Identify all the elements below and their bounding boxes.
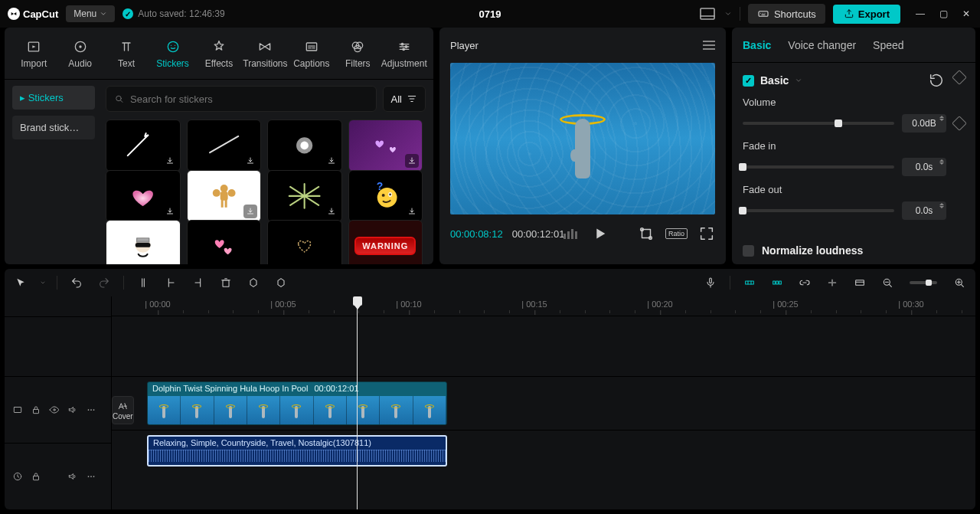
menu-button[interactable]: Menu [66, 5, 115, 22]
maximize-button[interactable]: ▢ [937, 8, 949, 19]
tab-audio[interactable]: Audio [57, 38, 103, 69]
normalize-row[interactable]: Normalize loudness [743, 244, 965, 257]
split-button[interactable] [135, 274, 152, 291]
sticker-burst[interactable] [267, 170, 342, 222]
download-icon[interactable] [243, 205, 257, 218]
zoom-out-button[interactable] [879, 274, 896, 291]
audio-clip[interactable]: Relaxing, Simple, Countryside, Travel, N… [147, 435, 447, 467]
zoom-in-button[interactable] [951, 274, 968, 291]
player-menu-icon[interactable] [703, 41, 715, 50]
player-preview[interactable] [450, 63, 715, 214]
mark-out-button[interactable] [273, 274, 289, 291]
trim-right-button[interactable] [190, 274, 207, 291]
play-button[interactable] [591, 225, 608, 242]
lock-icon[interactable] [31, 404, 41, 415]
magnet-button[interactable] [741, 274, 758, 291]
volume-slider[interactable] [743, 122, 894, 125]
tracks-area[interactable]: Dolphin Twist Spinning Hula Hoop In Pool… [112, 316, 975, 471]
chevron-down-icon[interactable] [724, 10, 732, 18]
svg-rect-39 [856, 280, 864, 286]
crop-icon[interactable] [638, 225, 655, 242]
sticker-purple-hearts[interactable] [348, 119, 423, 172]
mic-button[interactable] [702, 274, 719, 291]
keyframe-icon[interactable] [952, 116, 967, 131]
tab-transitions[interactable]: Transitions [242, 38, 288, 69]
properties-panel: Basic Voice changer Speed ✓ Basic Volume [732, 28, 975, 264]
mark-in-button[interactable] [245, 274, 262, 291]
minimize-button[interactable]: — [914, 8, 926, 19]
normalize-checkbox[interactable] [743, 245, 754, 257]
sticker-glow[interactable] [267, 119, 342, 172]
shortcuts-button[interactable]: Shortcuts [748, 4, 825, 24]
volume-value[interactable]: 0.0dB [902, 114, 946, 133]
fadein-slider[interactable] [743, 165, 894, 169]
pointer-tool[interactable] [12, 274, 29, 291]
sticker-sparkle-heart[interactable] [267, 220, 342, 264]
eye-icon[interactable] [49, 404, 60, 415]
more-icon[interactable] [86, 471, 96, 482]
mute-icon[interactable] [67, 404, 78, 415]
tab-captions[interactable]: Captions [289, 38, 335, 69]
filter-all-button[interactable]: All [383, 86, 426, 112]
trim-left-button[interactable] [162, 274, 179, 291]
tab-basic[interactable]: Basic [743, 39, 771, 51]
download-icon[interactable] [325, 205, 338, 218]
sticker-search[interactable] [106, 86, 377, 112]
close-button[interactable]: ✕ [960, 8, 972, 19]
redo-button[interactable] [96, 274, 113, 291]
fadeout-value[interactable]: 0.0s [902, 201, 946, 220]
basic-section-header[interactable]: ✓ Basic [743, 74, 802, 87]
download-icon[interactable] [163, 154, 177, 168]
zoom-slider[interactable] [910, 281, 937, 284]
undo-button[interactable] [68, 274, 85, 291]
download-icon[interactable] [163, 205, 177, 218]
sidebar-item-stickers[interactable]: ▸ Stickers [12, 86, 95, 110]
mute-icon[interactable] [67, 471, 78, 482]
tab-text[interactable]: Text [103, 38, 149, 69]
tab-speed[interactable]: Speed [873, 39, 903, 51]
delete-button[interactable] [217, 274, 234, 291]
tab-voice-changer[interactable]: Voice changer [788, 39, 856, 51]
audio-levels-icon[interactable] [564, 229, 577, 239]
timeline-ruler[interactable]: | 00:00| 00:05| 00:10| 00:15| 00:20| 00:… [112, 296, 975, 316]
lock-icon[interactable] [31, 471, 41, 482]
fadein-value[interactable]: 0.0s [902, 158, 946, 176]
export-button[interactable]: Export [833, 5, 900, 24]
more-icon[interactable] [86, 404, 96, 415]
tab-import[interactable]: Import [11, 38, 57, 69]
sticker-cool-character[interactable] [106, 220, 181, 264]
sticker-sparkle-1[interactable] [106, 119, 181, 172]
sidebar-item-brand-stickers[interactable]: Brand stick… [12, 116, 95, 139]
download-icon[interactable] [405, 154, 419, 168]
reset-icon[interactable] [928, 72, 945, 89]
keyframe-icon[interactable] [952, 70, 967, 85]
fadeout-slider[interactable] [743, 209, 894, 212]
video-clip[interactable]: Dolphin Twist Spinning Hula Hoop In Pool… [147, 381, 447, 425]
sticker-muscle-dog[interactable] [187, 170, 262, 222]
sticker-pink-heart[interactable] [106, 170, 181, 222]
search-input[interactable] [130, 93, 368, 105]
download-icon[interactable] [325, 154, 338, 168]
ratio-button[interactable]: Ratio [665, 228, 688, 239]
fullscreen-icon[interactable] [698, 225, 715, 242]
chevron-down-icon[interactable] [40, 280, 46, 286]
clock-icon[interactable] [12, 471, 23, 482]
sticker-warning[interactable]: WARNING [348, 220, 423, 264]
sticker-two-hearts[interactable] [187, 220, 262, 264]
layout-icon[interactable] [698, 5, 717, 23]
link-button[interactable] [796, 274, 813, 291]
media-panel: Import Audio Text Stickers Effects Trans… [5, 28, 433, 264]
basic-checkbox[interactable]: ✓ [743, 75, 754, 87]
preview-cut-button[interactable] [824, 274, 841, 291]
track-type-icon[interactable] [12, 404, 23, 415]
tab-adjustment[interactable]: Adjustment [381, 38, 427, 69]
download-icon[interactable] [243, 154, 257, 168]
tab-effects[interactable]: Effects [196, 38, 242, 69]
tab-stickers[interactable]: Stickers [149, 38, 195, 69]
download-icon[interactable] [405, 205, 419, 218]
sticker-thinking-emoji[interactable]: ? [348, 170, 423, 222]
timeline-settings-button[interactable] [851, 274, 868, 291]
snap-button[interactable] [769, 274, 786, 291]
tab-filters[interactable]: Filters [335, 38, 381, 69]
sticker-streak[interactable] [187, 119, 262, 172]
